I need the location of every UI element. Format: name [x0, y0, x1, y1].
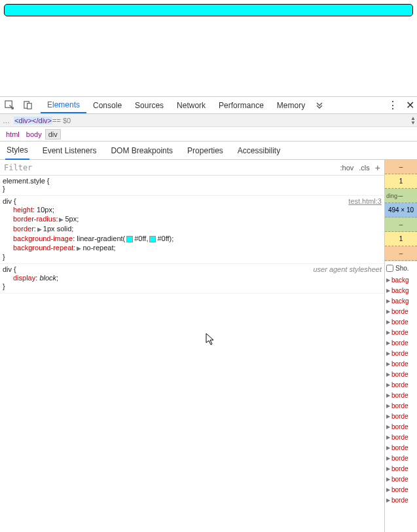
computed-prop[interactable]: ▶borde	[385, 400, 417, 411]
svg-rect-2	[27, 104, 31, 109]
ua-stylesheet-label: user agent stylesheet	[313, 265, 382, 273]
computed-prop[interactable]: ▶borde	[385, 421, 417, 432]
computed-prop[interactable]: ▶borde	[385, 379, 417, 390]
tab-network[interactable]: Network	[170, 97, 212, 113]
computed-prop[interactable]: ▶borde	[385, 463, 417, 474]
inspect-icon[interactable]	[0, 100, 18, 110]
tab-elements[interactable]: Elements	[41, 97, 86, 113]
computed-prop[interactable]: ▶backg	[385, 275, 417, 285]
crumb-div[interactable]: div	[45, 129, 61, 140]
hov-toggle[interactable]: :hov	[340, 164, 354, 172]
computed-prop[interactable]: ▶borde	[385, 369, 417, 379]
tab-console[interactable]: Console	[86, 97, 128, 113]
box-border[interactable]: 1	[385, 174, 417, 189]
rendered-page	[0, 0, 417, 96]
subtab-accessibility[interactable]: Accessibility	[236, 142, 281, 159]
box-padding[interactable]: ding-–	[385, 189, 417, 203]
computed-prop[interactable]: ▶borde	[385, 495, 417, 505]
box-margin[interactable]: –	[385, 160, 417, 174]
computed-prop[interactable]: ▶borde	[385, 411, 417, 421]
dom-tree-row[interactable]: … <div></div> == $0 ▲▼	[0, 114, 417, 127]
more-tabs-icon[interactable]	[316, 100, 323, 111]
box-content[interactable]: 494 × 10	[385, 203, 417, 218]
rule-element-style[interactable]: element.style { }	[0, 176, 384, 196]
new-style-rule-icon[interactable]: +	[375, 162, 380, 173]
computed-prop[interactable]: ▶borde	[385, 316, 417, 327]
styles-list: element.style { } test.html:3 div { heig…	[0, 176, 384, 532]
computed-sidebar: – 1 ding-– 494 × 10 – 1 – Sho. ▶backg▶ba…	[384, 160, 417, 532]
tab-sources[interactable]: Sources	[128, 97, 170, 113]
show-all-checkbox[interactable]	[386, 265, 393, 272]
subtab-event-listeners[interactable]: Event Listeners	[41, 142, 98, 159]
crumb-html[interactable]: html	[3, 129, 23, 140]
computed-prop[interactable]: ▶borde	[385, 442, 417, 453]
computed-prop[interactable]: ▶backg	[385, 285, 417, 295]
computed-prop[interactable]: ▶borde	[385, 358, 417, 369]
box-border-b[interactable]: 1	[385, 232, 417, 246]
computed-prop[interactable]: ▶borde	[385, 390, 417, 400]
subtab-styles[interactable]: Styles	[5, 142, 29, 160]
devtools-toolbar: Elements Console Sources Network Perform…	[0, 97, 417, 114]
subtab-dom-breakpoints[interactable]: DOM Breakpoints	[109, 142, 174, 159]
rule-div-ua[interactable]: user agent stylesheet div { display: blo…	[0, 264, 384, 294]
computed-prop[interactable]: ▶borde	[385, 432, 417, 442]
crumb-body[interactable]: body	[23, 129, 45, 140]
rule-div-author[interactable]: test.html:3 div { height: 10px; border-r…	[0, 196, 384, 264]
computed-prop[interactable]: ▶borde	[385, 348, 417, 358]
computed-prop[interactable]: ▶borde	[385, 306, 417, 316]
computed-prop[interactable]: ▶borde	[385, 474, 417, 484]
computed-properties: Sho. ▶backg▶backg▶backg▶borde▶borde▶bord…	[385, 261, 417, 505]
tab-memory[interactable]: Memory	[270, 97, 312, 113]
main-tabs: Elements Console Sources Network Perform…	[41, 97, 312, 113]
breadcrumb: html body div	[0, 127, 417, 142]
devtools-panel: Elements Console Sources Network Perform…	[0, 96, 417, 532]
source-link[interactable]: test.html:3	[348, 197, 382, 205]
computed-prop[interactable]: ▶borde	[385, 453, 417, 463]
kebab-menu-icon[interactable]: ⋮	[388, 99, 398, 111]
computed-prop[interactable]: ▶borde	[385, 327, 417, 337]
target-div[interactable]	[4, 4, 413, 16]
device-toggle-icon[interactable]	[18, 100, 37, 110]
box-padding-b[interactable]: –	[385, 218, 417, 232]
computed-prop[interactable]: ▶borde	[385, 484, 417, 495]
cls-toggle[interactable]: .cls	[359, 164, 370, 172]
dom-scroll-icon[interactable]: ▲▼	[410, 116, 416, 125]
show-all-toggle[interactable]: Sho.	[385, 261, 417, 275]
styles-filter-row: :hov .cls +	[0, 160, 384, 176]
box-margin-b[interactable]: –	[385, 246, 417, 261]
close-devtools-icon[interactable]: ✕	[406, 99, 414, 111]
tab-performance[interactable]: Performance	[212, 97, 270, 113]
styles-sub-tabs: Styles Event Listeners DOM Breakpoints P…	[0, 142, 417, 160]
subtab-properties[interactable]: Properties	[186, 142, 225, 159]
computed-prop[interactable]: ▶backg	[385, 295, 417, 306]
computed-prop[interactable]: ▶borde	[385, 337, 417, 348]
filter-input[interactable]	[0, 160, 336, 175]
